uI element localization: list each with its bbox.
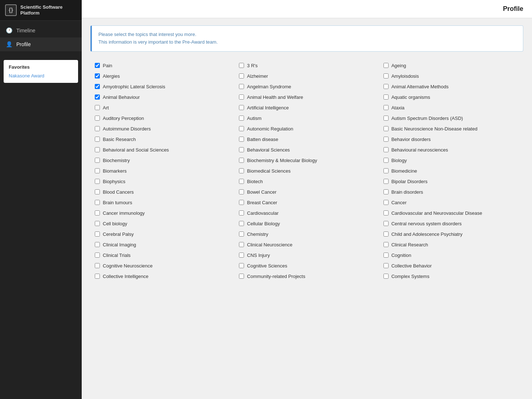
topic-checkbox[interactable] <box>239 137 244 142</box>
topic-label[interactable]: Ataxia <box>391 105 405 110</box>
topic-checkbox[interactable] <box>383 274 389 279</box>
topic-label[interactable]: Cancer immunology <box>103 210 145 216</box>
topic-label[interactable]: Ageing <box>391 63 406 68</box>
topic-checkbox[interactable] <box>95 147 100 152</box>
topic-checkbox[interactable] <box>383 221 389 226</box>
topic-label[interactable]: Blood Cancers <box>103 189 134 195</box>
topic-checkbox[interactable] <box>383 210 389 215</box>
topic-label[interactable]: Cancer <box>391 200 407 205</box>
topic-checkbox[interactable] <box>95 200 100 205</box>
topic-label[interactable]: Collective Behavior <box>391 263 432 269</box>
topic-checkbox[interactable] <box>239 63 244 68</box>
topic-label[interactable]: Autism <box>247 116 261 121</box>
topic-label[interactable]: Biochemistry & Molecular Biology <box>247 158 317 163</box>
topic-checkbox[interactable] <box>95 137 100 142</box>
topic-checkbox[interactable] <box>383 116 389 121</box>
topic-checkbox[interactable] <box>95 84 100 89</box>
topic-checkbox[interactable] <box>383 63 389 68</box>
topic-label[interactable]: Basic Research <box>103 137 136 142</box>
topic-label[interactable]: Cellular Biology <box>247 221 280 226</box>
topic-checkbox[interactable] <box>239 263 244 268</box>
topic-checkbox[interactable] <box>383 200 389 205</box>
topic-checkbox[interactable] <box>95 179 100 184</box>
topic-label[interactable]: Batten disease <box>247 137 278 142</box>
favorites-link-nakasone[interactable]: Nakasone Award <box>9 73 44 78</box>
topic-label[interactable]: Cognitive Sciences <box>247 263 287 269</box>
topic-checkbox[interactable] <box>239 147 244 152</box>
topic-checkbox[interactable] <box>95 210 100 215</box>
sidebar-item-timeline[interactable]: 🕐 Timeline <box>0 24 82 37</box>
topic-label[interactable]: Amyloisdosis <box>391 73 419 79</box>
topic-checkbox[interactable] <box>239 242 244 247</box>
topic-checkbox[interactable] <box>239 105 244 110</box>
topic-checkbox[interactable] <box>239 274 244 279</box>
topic-label[interactable]: Biochemistry <box>103 158 130 163</box>
topic-label[interactable]: 3 R's <box>247 63 257 68</box>
topic-checkbox[interactable] <box>239 200 244 205</box>
topic-checkbox[interactable] <box>239 221 244 226</box>
topic-label[interactable]: Autonomic Regulation <box>247 126 293 132</box>
topic-label[interactable]: Amyotrophic Lateral Sclerosis <box>103 84 165 89</box>
topic-label[interactable]: Animal Alternative Methods <box>391 84 449 89</box>
topic-checkbox[interactable] <box>95 63 100 68</box>
topic-label[interactable]: Clinical Trials <box>103 253 131 258</box>
topic-label[interactable]: Cognition <box>391 253 411 258</box>
topic-label[interactable]: Behavioural neurosciences <box>391 147 448 153</box>
topic-label[interactable]: Brain disorders <box>391 189 423 195</box>
topic-label[interactable]: Art <box>103 105 109 110</box>
topic-label[interactable]: Behavioral Sciences <box>247 147 290 153</box>
topic-checkbox[interactable] <box>239 73 244 78</box>
topic-label[interactable]: Brain tumours <box>103 200 132 205</box>
topic-label[interactable]: Alzheimer <box>247 73 268 79</box>
topic-label[interactable]: Cognitive Neuroscience <box>103 263 153 269</box>
topic-label[interactable]: Pain <box>103 63 112 68</box>
topic-checkbox[interactable] <box>383 242 389 247</box>
topic-label[interactable]: Auditory Perception <box>103 116 144 121</box>
topic-label[interactable]: Basic Neuroscience Non-Disease related <box>391 126 478 132</box>
topic-checkbox[interactable] <box>383 158 389 163</box>
topic-label[interactable]: Bowel Cancer <box>247 189 276 195</box>
topic-checkbox[interactable] <box>95 168 100 173</box>
topic-checkbox[interactable] <box>239 94 244 100</box>
topic-checkbox[interactable] <box>239 210 244 215</box>
topic-label[interactable]: Cardiovascular and Neurovascular Disease <box>391 210 482 216</box>
topic-label[interactable]: Aquatic organisms <box>391 94 430 100</box>
topic-checkbox[interactable] <box>383 84 389 89</box>
topic-label[interactable]: CNS Injury <box>247 253 270 258</box>
topic-checkbox[interactable] <box>95 116 100 121</box>
topic-checkbox[interactable] <box>95 189 100 194</box>
topic-label[interactable]: Clinical Research <box>391 242 428 247</box>
topic-checkbox[interactable] <box>383 126 389 131</box>
topic-label[interactable]: Biophysics <box>103 179 125 184</box>
topic-checkbox[interactable] <box>239 168 244 173</box>
topic-checkbox[interactable] <box>383 94 389 100</box>
topic-label[interactable]: Central nervous system disorders <box>391 221 462 226</box>
topic-label[interactable]: Artificial Intelligence <box>247 105 289 110</box>
topic-label[interactable]: Bipolar Disorders <box>391 179 428 184</box>
topic-checkbox[interactable] <box>95 263 100 268</box>
topic-checkbox[interactable] <box>383 263 389 268</box>
topic-label[interactable]: Chemistry <box>247 231 268 237</box>
topic-label[interactable]: Clinical Neuroscience <box>247 242 292 247</box>
topic-checkbox[interactable] <box>239 84 244 89</box>
topic-checkbox[interactable] <box>383 105 389 110</box>
topic-label[interactable]: Biomedicine <box>391 168 417 174</box>
topic-checkbox[interactable] <box>383 189 389 194</box>
topic-checkbox[interactable] <box>383 231 389 237</box>
topic-label[interactable]: Behavior disorders <box>391 137 431 142</box>
topic-label[interactable]: Child and Adolescence Psychiatry <box>391 231 463 237</box>
topic-label[interactable]: Complex Systems <box>391 274 430 279</box>
topic-label[interactable]: Clinical Imaging <box>103 242 136 247</box>
topic-label[interactable]: Autism Spectrum Disorders (ASD) <box>391 116 463 121</box>
topic-checkbox[interactable] <box>383 168 389 173</box>
topic-checkbox[interactable] <box>239 126 244 131</box>
topic-label[interactable]: Alergies <box>103 73 120 79</box>
topic-checkbox[interactable] <box>239 253 244 258</box>
topic-label[interactable]: Community-related Projects <box>247 274 305 279</box>
topic-checkbox[interactable] <box>383 253 389 258</box>
topic-label[interactable]: Breast Cancer <box>247 200 277 205</box>
topic-checkbox[interactable] <box>383 179 389 184</box>
topic-checkbox[interactable] <box>95 231 100 237</box>
topic-checkbox[interactable] <box>239 158 244 163</box>
topic-checkbox[interactable] <box>95 158 100 163</box>
